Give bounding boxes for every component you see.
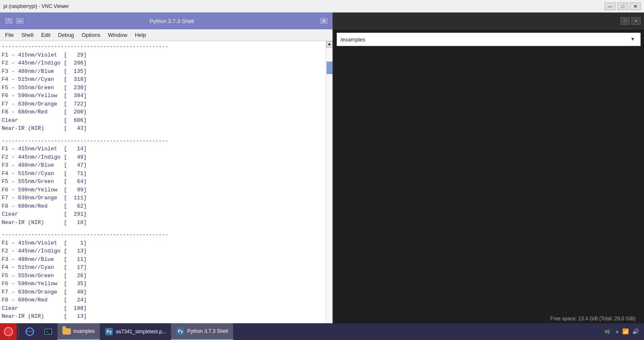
taskbar-python1-label: as7341_simpletest.p...	[116, 329, 166, 335]
taskbar-python2-label: Python 3.7.3 Shell	[187, 328, 228, 334]
python2-icon: Py	[176, 327, 184, 335]
line-s1-f3: F3 - 480nm//Blue [ 135]	[2, 67, 324, 76]
line-s2-f5: F5 - 555nm/Green [ 64]	[2, 178, 324, 186]
taskbar-browser-button[interactable]	[21, 323, 39, 340]
vnc-window-controls: — □ ✕	[605, 3, 641, 10]
terminal-shape: >_	[44, 329, 52, 335]
scrollbar-up-button[interactable]: ▲	[326, 41, 333, 48]
taskbar-terminal-button[interactable]: >_	[39, 323, 57, 340]
taskbar-python2-button[interactable]: Py Python 3.7.3 Shell	[171, 323, 233, 340]
line-s1-f1: F1 - 415nm/Violet [ 29]	[2, 51, 324, 59]
scrollbar-track[interactable]	[326, 48, 333, 323]
menu-options[interactable]: Options	[78, 31, 104, 39]
line-s2-clear: Clear [ 291]	[2, 210, 324, 219]
bluetooth-icon[interactable]: ∗	[615, 328, 619, 335]
line-s3-f1: F1 - 415nm/Violet [ 1]	[2, 239, 324, 247]
line-s1-clear: Clear [ 606]	[2, 116, 324, 125]
taskbar-file-manager-label: examples	[73, 328, 95, 334]
taskbar-start-button[interactable]	[0, 323, 17, 340]
line-s2-f7: F7 - 630nm/Orange [ 111]	[2, 194, 324, 202]
path-text: /examples	[340, 36, 628, 43]
vnc-title: pi (raspberrypi) - VNC Viewer	[3, 3, 69, 9]
vnc-minimize-button[interactable]: —	[605, 3, 615, 10]
right-panel: □ ✕ /examples ▼ Free space: 13.4 GiB (To…	[333, 13, 644, 340]
line-s2-f4: F4 - 515nm//Cyan [ 71]	[2, 170, 324, 178]
taskbar-system-tray: VE ∗ 📶 🔊	[603, 328, 644, 335]
shell-dropdown-button[interactable]: ˅	[4, 17, 13, 25]
menu-help[interactable]: Help	[132, 31, 150, 39]
python2-icon-shape: Py	[177, 327, 184, 335]
menu-edit[interactable]: Edit	[38, 31, 54, 39]
taskbar: >_ examples Py as7341_simpletest.p... Py…	[0, 323, 644, 340]
line-s3-f4: F4 - 515nm//Cyan [ 17]	[2, 263, 324, 272]
shell-close-button[interactable]: ✕	[319, 17, 328, 25]
line-s3-f6: F6 - 590nm/Yellow [ 35]	[2, 280, 324, 288]
menu-shell[interactable]: Shell	[18, 31, 37, 39]
volume-icon[interactable]: 🔊	[632, 328, 639, 335]
line-s1-f2: F2 - 445nm//Indigo [ 206]	[2, 59, 324, 67]
line-s3-f7: F7 - 630nm/Orange [ 40]	[2, 288, 324, 296]
separator-3: ----------------------------------------…	[2, 231, 324, 239]
taskbar-file-manager-button[interactable]: examples	[57, 323, 100, 340]
free-space-container: Free space: 13.4 GiB (Total: 29.0 GiB)	[551, 315, 636, 322]
wifi-icon[interactable]: 📶	[622, 328, 629, 335]
line-s3-clear: Clear [ 198]	[2, 304, 324, 313]
terminal-icon: >_	[44, 327, 52, 336]
line-s3-f2: F2 - 445nm//Indigo [ 13]	[2, 247, 324, 255]
shell-content: ----------------------------------------…	[0, 41, 332, 330]
line-s2-f8: F8 - 680nm/Red [ 62]	[2, 202, 324, 211]
line-s1-f5: F5 - 555nm/Green [ 230]	[2, 84, 324, 92]
line-s2-nir: Near-IR (NIR) [ 18]	[2, 219, 324, 227]
line-s1-nir: Near-IR (NIR) [ 43]	[2, 124, 324, 133]
vnc-close-button[interactable]: ✕	[630, 3, 641, 10]
menu-window[interactable]: Window	[104, 31, 130, 39]
right-panel-controls: □ ✕	[621, 17, 641, 25]
right-panel-close-button[interactable]: ✕	[631, 17, 641, 25]
shell-text-area[interactable]: ----------------------------------------…	[0, 41, 326, 330]
line-s2-f6: F6 - 590nm/Yellow [ 99]	[2, 186, 324, 194]
right-panel-header: □ ✕	[333, 13, 644, 29]
path-dropdown-button[interactable]: ▼	[628, 36, 637, 42]
vnc-maximize-button[interactable]: □	[617, 3, 628, 10]
shell-scrollbar: ▲ ▼	[326, 41, 332, 330]
shell-titlebar: ˅ — Python 3.7.3 Shell ✕	[0, 13, 332, 29]
line-s2-f2: F2 - 445nm//Indigo [ 49]	[2, 153, 324, 162]
path-bar: /examples ▼	[337, 33, 641, 46]
menu-bar: File Shell Edit Debug Options Window Hel…	[0, 29, 332, 41]
line-s2-f3: F3 - 480nm//Blue [ 47]	[2, 161, 324, 170]
line-s3-nir: Near-IR (NIR) [ 13]	[2, 312, 324, 321]
line-s1-f4: F4 - 515nm//Cyan [ 318]	[2, 75, 324, 84]
line-s3-f3: F3 - 480nm//Blue [ 11]	[2, 255, 324, 264]
line-s3-f5: F5 - 555nm/Green [ 26]	[2, 272, 324, 280]
browser-icon	[26, 327, 34, 336]
right-panel-maximize-button[interactable]: □	[621, 17, 630, 25]
line-s1-f8: F8 - 680nm/Red [ 200]	[2, 108, 324, 116]
free-space-text: Free space: 13.4 GiB (Total: 29.0 GiB)	[551, 316, 636, 322]
shell-window: ˅ — Python 3.7.3 Shell ✕ File Shell Edit…	[0, 13, 333, 340]
ve-icon[interactable]: VE	[603, 328, 612, 335]
folder-shape	[62, 328, 71, 335]
python-icon-shape: Py	[105, 328, 113, 335]
line-s1-f7: F7 - 630nm/Orange [ 722]	[2, 100, 324, 108]
shell-right-controls: ✕	[319, 17, 328, 25]
menu-file[interactable]: File	[2, 31, 17, 39]
shell-title: Python 3.7.3 Shell	[150, 18, 194, 24]
right-path-container: /examples ▼	[333, 29, 644, 49]
python1-icon: Py	[105, 327, 113, 336]
vnc-titlebar: pi (raspberrypi) - VNC Viewer — □ ✕	[0, 0, 644, 13]
main-area: ˅ — Python 3.7.3 Shell ✕ File Shell Edit…	[0, 13, 644, 340]
line-s2-f1: F1 - 415nm/Violet [ 14]	[2, 145, 324, 153]
separator-2: ----------------------------------------…	[2, 137, 324, 145]
shell-minimize-button[interactable]: —	[15, 17, 24, 25]
taskbar-sep-1	[18, 326, 19, 337]
separator-1: ----------------------------------------…	[2, 43, 324, 51]
line-s1-f6: F6 - 590nm/Yellow [ 394]	[2, 92, 324, 100]
menu-debug[interactable]: Debug	[55, 31, 77, 39]
shell-left-controls: ˅ —	[4, 17, 24, 25]
taskbar-python1-button[interactable]: Py as7341_simpletest.p...	[100, 323, 171, 340]
line-s3-f8: F8 - 680nm/Red [ 24]	[2, 296, 324, 304]
raspberry-icon	[4, 327, 13, 336]
globe-icon	[26, 327, 34, 336]
folder-icon	[62, 327, 71, 335]
scrollbar-thumb[interactable]	[327, 62, 332, 74]
